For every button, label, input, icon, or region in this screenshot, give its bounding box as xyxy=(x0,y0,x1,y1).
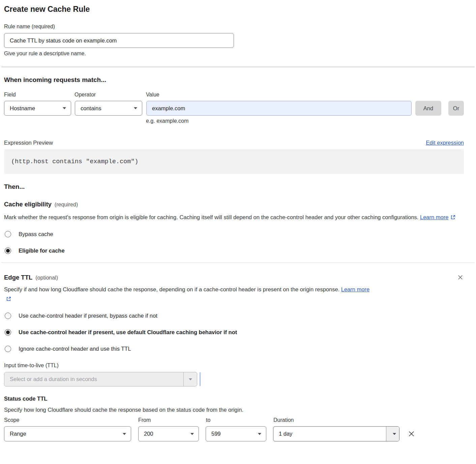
edge-ttl-title: Edge TTL xyxy=(4,274,32,281)
duration-select-value: 1 day xyxy=(279,431,292,437)
radio-label: Use cache-control header if present, use… xyxy=(19,329,237,336)
radio-ignore-header-use-ttl[interactable]: Ignore cache-control header and use this… xyxy=(4,346,464,352)
cache-eligibility-title: Cache eligibility xyxy=(4,201,52,208)
radio-icon[interactable] xyxy=(5,313,11,319)
radio-label: Bypass cache xyxy=(19,231,53,237)
radio-use-header-default[interactable]: Use cache-control header if present, use… xyxy=(4,329,464,336)
edit-expression-link[interactable]: Edit expression xyxy=(426,140,464,146)
scope-label: Scope xyxy=(4,417,138,423)
radio-label: Use cache-control header if present, byp… xyxy=(19,313,157,319)
chevron-down-icon xyxy=(183,372,197,386)
match-heading: When incoming requests match... xyxy=(4,76,464,84)
value-label: Value xyxy=(146,92,159,98)
from-label: From xyxy=(138,417,206,423)
then-heading: Then... xyxy=(4,183,464,191)
create-cache-rule-page: Create new Cache Rule Rule name (require… xyxy=(0,0,476,441)
cache-eligibility-options: Bypass cache Eligible for cache xyxy=(4,231,464,254)
external-link-icon xyxy=(450,215,455,220)
expression-preview-label: Expression Preview xyxy=(4,140,53,146)
radio-icon[interactable] xyxy=(5,329,11,336)
scope-select-value: Range xyxy=(10,431,26,437)
rule-name-input[interactable] xyxy=(4,33,234,48)
close-icon xyxy=(457,274,463,280)
edge-ttl-description: Specify if and how long Cloudflare shoul… xyxy=(4,285,377,303)
radio-icon[interactable] xyxy=(5,231,11,237)
operator-label: Operator xyxy=(75,92,146,98)
expression-code: (http.host contains "example.com") xyxy=(11,158,138,165)
input-ttl-label: Input time-to-live (TTL) xyxy=(4,362,464,369)
optional-badge: (optional) xyxy=(35,275,58,281)
chevron-down-icon xyxy=(258,433,261,435)
edge-ttl-title-row: Edge TTL (optional) xyxy=(4,274,58,281)
radio-icon[interactable] xyxy=(5,346,11,352)
delete-status-ttl-button[interactable] xyxy=(408,430,415,437)
expression-code-block: (http.host contains "example.com") xyxy=(4,149,464,174)
radio-use-header-bypass[interactable]: Use cache-control header if present, byp… xyxy=(4,313,464,319)
section-divider xyxy=(1,67,475,67)
scope-select[interactable]: Range xyxy=(4,426,131,441)
edge-ttl-options: Use cache-control header if present, byp… xyxy=(4,313,464,352)
cache-eligibility-description: Mark whether the request's response from… xyxy=(4,212,456,222)
to-label: to xyxy=(206,417,273,423)
input-ttl-select: Select or add a duration in seconds xyxy=(4,372,197,386)
and-button[interactable]: And xyxy=(415,101,441,116)
cache-eligibility-description-text: Mark whether the request's response from… xyxy=(4,214,418,220)
value-help-text: e.g. example.com xyxy=(146,118,464,124)
or-button[interactable]: Or xyxy=(448,101,464,116)
field-select-value: Hostname xyxy=(10,105,35,112)
status-code-ttl-description: Specify how long Cloudflare should cache… xyxy=(4,407,464,413)
expression-header: Expression Preview Edit expression xyxy=(4,140,464,146)
to-select-value: 599 xyxy=(211,431,221,437)
focus-bar xyxy=(200,372,201,386)
cache-eligibility-header: Cache eligibility (required) xyxy=(4,201,464,208)
section-divider xyxy=(1,262,475,263)
radio-eligible-for-cache[interactable]: Eligible for cache xyxy=(4,248,464,254)
field-select[interactable]: Hostname xyxy=(4,101,71,116)
operator-select-value: contains xyxy=(81,105,101,112)
page-title: Create new Cache Rule xyxy=(4,5,464,13)
chevron-down-icon[interactable] xyxy=(386,427,399,441)
status-labels-row: Scope From to Duration xyxy=(4,417,464,423)
duration-label: Duration xyxy=(273,417,294,423)
field-label: Field xyxy=(4,92,75,98)
radio-label: Eligible for cache xyxy=(19,248,65,254)
edge-ttl-learn-more-link[interactable]: Learn more xyxy=(341,286,369,292)
required-badge: (required) xyxy=(55,202,78,208)
status-code-ttl-title: Status code TTL xyxy=(4,396,464,402)
edge-ttl-description-text: Specify if and how long Cloudflare shoul… xyxy=(4,286,339,292)
chevron-down-icon xyxy=(190,433,194,435)
from-select[interactable]: 200 xyxy=(138,426,199,441)
rule-name-label: Rule name (required) xyxy=(4,24,464,30)
external-link-icon xyxy=(6,296,11,301)
radio-label: Ignore cache-control header and use this… xyxy=(19,346,131,352)
close-edge-ttl-button[interactable] xyxy=(457,274,464,281)
chevron-down-icon xyxy=(123,433,126,435)
from-select-value: 200 xyxy=(144,431,153,437)
match-labels-row: Field Operator Value xyxy=(4,92,464,98)
status-controls-row: Range 200 599 1 day xyxy=(4,426,464,441)
cache-eligibility-learn-more-link[interactable]: Learn more xyxy=(420,214,448,220)
rule-name-help: Give your rule a descriptive name. xyxy=(4,51,464,57)
edge-ttl-header: Edge TTL (optional) xyxy=(4,274,464,281)
operator-select[interactable]: contains xyxy=(75,101,142,116)
to-select[interactable]: 599 xyxy=(206,426,266,441)
match-controls-row: Hostname contains And Or xyxy=(4,101,464,116)
duration-select[interactable]: 1 day xyxy=(273,426,399,441)
input-ttl-row: Select or add a duration in seconds xyxy=(4,372,464,386)
radio-icon[interactable] xyxy=(5,248,11,254)
chevron-down-icon xyxy=(134,107,137,109)
chevron-down-icon xyxy=(63,107,66,109)
radio-bypass-cache[interactable]: Bypass cache xyxy=(4,231,464,237)
delete-icon xyxy=(408,430,415,437)
input-ttl-placeholder: Select or add a duration in seconds xyxy=(4,372,183,386)
value-input[interactable] xyxy=(146,101,412,116)
